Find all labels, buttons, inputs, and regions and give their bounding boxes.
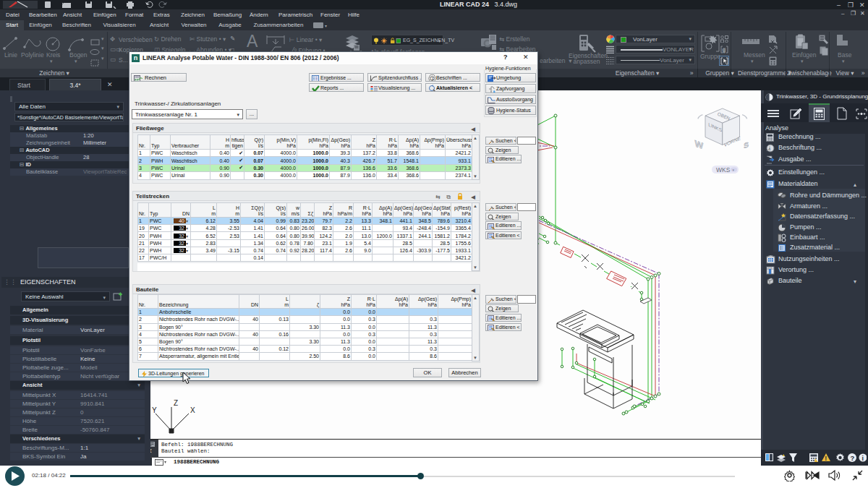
svg-text:S: S (744, 140, 749, 150)
svg-text:i: i (862, 455, 864, 462)
svg-text:X: X (190, 406, 195, 414)
svg-text:Z: Z (174, 399, 178, 407)
svg-text:?: ? (850, 454, 854, 462)
svg-text:g: g (723, 47, 726, 53)
svg-text:Y: Y (152, 406, 157, 414)
svg-text:W: W (695, 139, 704, 152)
svg-text:WKS: WKS (716, 166, 731, 174)
svg-text:!: ! (825, 455, 827, 462)
